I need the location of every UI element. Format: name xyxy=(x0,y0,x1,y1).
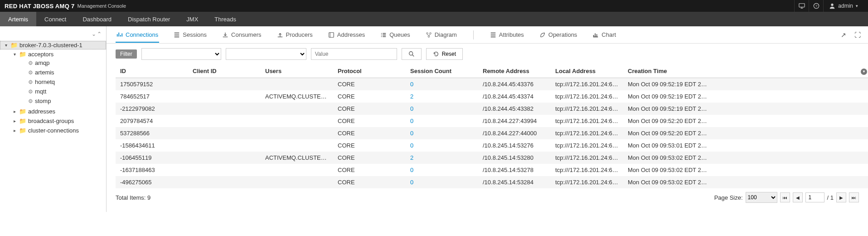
filter-operator-select[interactable] xyxy=(226,48,306,60)
tree-node-hornetq[interactable]: ⚙ hornetq xyxy=(0,78,106,86)
table-cell: /10.8.244.227:44000 xyxy=(478,127,551,139)
page-input[interactable] xyxy=(805,192,824,202)
subtab-diagram[interactable]: Diagram xyxy=(425,28,458,42)
session-count-link[interactable]: 0 xyxy=(410,179,413,186)
nav-tab-dashboard[interactable]: Dashboard xyxy=(74,12,120,26)
tree-node-cluster-connections[interactable]: ▸ 📁 cluster-connections xyxy=(0,127,106,134)
filter-field-select[interactable] xyxy=(141,48,221,60)
tree-node-stomp[interactable]: ⚙ stomp xyxy=(0,97,106,105)
nav-tab-dispatch-router[interactable]: Dispatch Router xyxy=(120,12,178,26)
subtab-attributes[interactable]: Attributes xyxy=(489,28,525,42)
column-header[interactable]: Local Address xyxy=(551,64,623,78)
table-row[interactable]: 2079784574CORE0/10.8.244.227:43994tcp://… xyxy=(116,115,868,127)
subtab-label: Addresses xyxy=(337,31,365,38)
session-count-link[interactable]: 0 xyxy=(410,118,413,124)
page-size-select[interactable]: 100 xyxy=(746,192,777,203)
column-header[interactable]: Remote Address xyxy=(478,64,551,78)
gear-icon: ⚙ xyxy=(28,98,33,104)
tree-node-addresses[interactable]: ▸ 📁 addresses xyxy=(0,108,106,115)
nav-tab-connect[interactable]: Connect xyxy=(36,12,74,26)
filter-label: Filter xyxy=(116,49,137,59)
session-count-link[interactable]: 0 xyxy=(410,81,413,88)
tree-node-artemis[interactable]: ⚙ artemis xyxy=(0,69,106,76)
last-page-button[interactable]: ⏭ xyxy=(849,192,859,202)
table-cell: tcp:///172.16.201.24:61616 xyxy=(551,127,623,139)
reset-label: Reset xyxy=(442,51,456,57)
subtab-sessions[interactable]: Sessions xyxy=(173,28,208,42)
help-icon-button[interactable]: ? xyxy=(809,0,823,12)
prev-page-button[interactable]: ◀ xyxy=(793,192,803,202)
table-cell: CORE xyxy=(333,176,406,188)
session-count-link[interactable]: 0 xyxy=(410,130,413,137)
nav-tab-artemis[interactable]: Artemis xyxy=(0,12,36,26)
svg-text:?: ? xyxy=(815,4,818,8)
subtab-addresses[interactable]: Addresses xyxy=(327,28,366,42)
subtab-connections[interactable]: Connections xyxy=(116,28,159,43)
tree-label: broadcast-groups xyxy=(28,118,74,124)
svg-point-6 xyxy=(381,34,382,35)
brand-bar: RED HAT JBOSS AMQ 7 Management Console ?… xyxy=(0,0,868,12)
table-row[interactable]: -1586434611CORE0/10.8.245.14:53276tcp://… xyxy=(116,139,868,152)
nav-tab-jmx[interactable]: JMX xyxy=(178,12,206,26)
grid-footer: Total Items: 9 Page Size: 100 ⏮ ◀ / 1 ▶ … xyxy=(107,188,868,212)
session-count-link[interactable]: 2 xyxy=(410,154,413,161)
tree-label: broker-7.0.3-clustered-1 xyxy=(19,42,82,49)
column-header[interactable]: Users xyxy=(261,64,333,78)
main-nav: ArtemisConnectDashboardDispatch RouterJM… xyxy=(0,12,868,26)
monitor-icon-button[interactable] xyxy=(794,0,809,12)
table-cell: /10.8.245.14:53284 xyxy=(478,176,551,188)
user-menu[interactable]: admin ▾ xyxy=(823,0,863,12)
subtab-queues[interactable]: Queues xyxy=(379,28,411,42)
collapse-all-icon[interactable]: ⌄ xyxy=(92,31,96,37)
table-row[interactable]: -496275065CORE0/10.8.245.14:53284tcp:///… xyxy=(116,176,868,188)
tree-node-broadcast-groups[interactable]: ▸ 📁 broadcast-groups xyxy=(0,117,106,125)
table-cell: /10.8.245.14:53276 xyxy=(478,139,551,152)
table-row[interactable]: -1637188463CORE0/10.8.245.14:53278tcp://… xyxy=(116,164,868,176)
session-count-link[interactable]: 0 xyxy=(410,105,413,112)
subtab-consumers[interactable]: Consumers xyxy=(221,28,262,42)
table-row[interactable]: 784652517ACTIVEMQ.CLUSTER.ADMI…CORE2/10.… xyxy=(116,90,868,103)
subtab-operations[interactable]: Operations xyxy=(538,28,578,42)
column-header[interactable]: Client ID xyxy=(188,64,261,78)
table-cell: /10.8.244.45:43374 xyxy=(478,90,551,103)
tree-node-amqp[interactable]: ⚙ amqp xyxy=(0,59,106,67)
next-page-button[interactable]: ▶ xyxy=(836,192,846,202)
table-row[interactable]: -106455119ACTIVEMQ.CLUSTER.ADMI…CORE2/10… xyxy=(116,152,868,164)
nav-tab-threads[interactable]: Threads xyxy=(206,12,244,26)
fullscreen-icon[interactable]: ⛶ xyxy=(854,31,861,39)
external-link-icon[interactable]: ↗ xyxy=(841,31,846,39)
table-row[interactable]: 537288566CORE0/10.8.244.227:44000tcp:///… xyxy=(116,127,868,139)
expand-all-icon[interactable]: ⌃ xyxy=(97,31,102,37)
table-row[interactable]: 1750579152CORE0/10.8.244.45:43376tcp:///… xyxy=(116,78,868,91)
column-header[interactable]: Session Count xyxy=(406,64,478,78)
folder-icon: 📁 xyxy=(19,51,26,58)
tree-node-acceptors[interactable]: ▾ 📁 acceptors xyxy=(0,50,106,58)
table-row[interactable]: -2122979082CORE0/10.8.244.45:43382tcp://… xyxy=(116,103,868,115)
column-header[interactable]: ID xyxy=(116,64,188,78)
table-cell: tcp:///172.16.201.24:61616 xyxy=(551,176,623,188)
column-header[interactable]: Creation Time xyxy=(623,64,856,78)
reset-button[interactable]: Reset xyxy=(426,48,463,60)
svg-point-8 xyxy=(426,32,428,34)
table-cell: 537288566 xyxy=(116,127,188,139)
caret-right-icon: ▸ xyxy=(12,109,17,114)
session-count-link[interactable]: 0 xyxy=(410,167,413,173)
search-button[interactable] xyxy=(402,48,422,60)
subtab-chart[interactable]: Chart xyxy=(592,28,617,42)
column-header[interactable]: Protocol xyxy=(333,64,406,78)
filter-value-input[interactable] xyxy=(311,48,397,60)
tree-node-broker[interactable]: ▾ 📁 broker-7.0.3-clustered-1 xyxy=(0,41,106,49)
session-count-link[interactable]: 2 xyxy=(410,93,413,100)
subtab-label: Operations xyxy=(548,31,577,38)
first-page-button[interactable]: ⏮ xyxy=(780,192,790,202)
user-name: admin xyxy=(838,3,853,9)
table-cell: /10.8.245.14:53280 xyxy=(478,152,551,164)
session-count-link[interactable]: 0 xyxy=(410,142,413,149)
subtab-label: Sessions xyxy=(183,31,207,38)
tree-node-mqtt[interactable]: ⚙ mqtt xyxy=(0,88,106,95)
caret-right-icon: ▸ xyxy=(12,118,17,123)
subtab-producers[interactable]: Producers xyxy=(276,28,314,42)
column-picker-icon[interactable]: ▾ xyxy=(861,69,867,75)
table-cell: tcp:///172.16.201.24:61616 xyxy=(551,152,623,164)
folder-icon: 📁 xyxy=(19,118,26,124)
